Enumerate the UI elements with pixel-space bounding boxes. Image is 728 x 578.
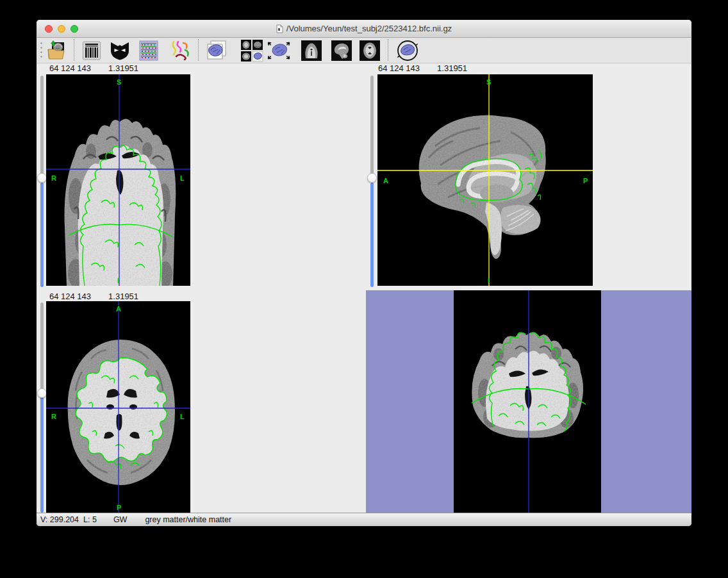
label-grid-icon bbox=[139, 40, 158, 61]
sagittal-coords: 64 124 143 bbox=[378, 63, 420, 73]
axial-value: 1.31951 bbox=[108, 292, 138, 301]
axial-label-posterior: P bbox=[117, 504, 121, 511]
axial-view-icon bbox=[360, 40, 380, 61]
sagittal-view-button[interactable] bbox=[330, 39, 353, 62]
quad-view-icon bbox=[240, 39, 263, 62]
status-description: grey matter/white matter bbox=[145, 515, 231, 524]
status-level: L: 5 bbox=[83, 515, 97, 524]
open-volume-button[interactable] bbox=[46, 39, 69, 62]
viewport-grid: 64 124 143 1.31951 bbox=[37, 63, 691, 513]
axial-label-anterior: A bbox=[116, 305, 121, 313]
toolbar-separator bbox=[198, 39, 199, 61]
curves-tool-button[interactable] bbox=[169, 39, 192, 62]
zoom-button[interactable] bbox=[70, 25, 78, 33]
coronal-value: 1.31951 bbox=[108, 63, 138, 73]
minimize-button[interactable] bbox=[58, 25, 65, 33]
sagittal-view[interactable]: S I A P bbox=[377, 74, 593, 286]
toolbar-grip[interactable] bbox=[39, 41, 44, 60]
surface-stack-button[interactable] bbox=[204, 39, 227, 62]
surface-stack-icon bbox=[204, 40, 227, 62]
mask-tool-button[interactable] bbox=[108, 39, 131, 62]
coronal-header: 64 124 143 1.31951 bbox=[49, 63, 138, 73]
coronal-slice-slider[interactable] bbox=[37, 76, 47, 287]
sagittal-slider-thumb[interactable] bbox=[367, 173, 377, 183]
axial-view[interactable]: A P R L bbox=[46, 301, 190, 513]
sagittal-header: 64 124 143 1.31951 bbox=[378, 63, 467, 73]
toolbar bbox=[37, 38, 691, 63]
quad-view-button[interactable] bbox=[240, 39, 263, 62]
sagittal-label-superior: S bbox=[486, 78, 491, 86]
coronal-view-icon bbox=[301, 40, 322, 61]
sagittal-view-icon bbox=[331, 40, 352, 61]
coronal-view[interactable]: S I R L bbox=[46, 74, 190, 286]
axial-slider-thumb[interactable] bbox=[37, 388, 47, 398]
sagittal-slice-slider[interactable] bbox=[367, 76, 377, 287]
window-title-area: /Volumes/Yeun/test_subj2/2523412.bfc.nii… bbox=[37, 20, 691, 37]
surface-view-panel[interactable] bbox=[366, 290, 691, 513]
coronal-view-button[interactable] bbox=[300, 39, 323, 62]
label-grid-button[interactable] bbox=[137, 39, 160, 62]
titlebar: /Volumes/Yeun/test_subj2/2523412.bfc.nii… bbox=[37, 20, 691, 38]
axial-header: 64 124 143 1.31951 bbox=[49, 292, 138, 301]
toolbar-separator bbox=[74, 39, 74, 61]
coronal-coords: 64 124 143 bbox=[49, 63, 91, 73]
fit-brain-button[interactable] bbox=[267, 39, 290, 62]
mask-icon bbox=[110, 40, 130, 61]
app-window: /Volumes/Yeun/test_subj2/2523412.bfc.nii… bbox=[37, 20, 691, 526]
status-voxel-value: V: 299.204 bbox=[40, 515, 79, 524]
sagittal-label-posterior: P bbox=[583, 177, 588, 185]
coronal-label-superior: S bbox=[117, 78, 121, 86]
axial-label-left: L bbox=[180, 413, 185, 420]
coronal-slider-thumb[interactable] bbox=[37, 173, 47, 183]
coronal-label-left: L bbox=[180, 174, 185, 182]
surface-view-slice[interactable] bbox=[454, 290, 601, 513]
coronal-label-right: R bbox=[51, 174, 56, 182]
close-button[interactable] bbox=[45, 25, 53, 33]
axial-slice-slider[interactable] bbox=[37, 302, 47, 513]
desktop: { "window": { "title": "/Volumes/Yeun/te… bbox=[0, 0, 728, 578]
window-title: /Volumes/Yeun/test_subj2/2523412.bfc.nii… bbox=[286, 24, 452, 33]
open-volume-icon bbox=[46, 40, 68, 62]
fit-brain-icon bbox=[267, 39, 290, 62]
coronal-label-inferior: I bbox=[117, 277, 119, 285]
axial-view-button[interactable] bbox=[358, 39, 381, 62]
traffic-lights bbox=[45, 25, 78, 33]
sagittal-label-anterior: A bbox=[383, 177, 388, 185]
rotate-3d-button[interactable] bbox=[394, 39, 421, 62]
intensity-scale-icon bbox=[82, 40, 101, 61]
intensity-scale-button[interactable] bbox=[80, 39, 103, 62]
axial-label-right: R bbox=[51, 413, 56, 420]
statusbar: V: 299.204 L: 5 GW grey matter/white mat… bbox=[37, 513, 691, 526]
toolbar-separator bbox=[388, 39, 388, 61]
document-proxy-icon[interactable] bbox=[276, 24, 283, 33]
sagittal-label-inferior: I bbox=[488, 277, 490, 285]
status-mode-badge: GW bbox=[113, 515, 128, 524]
rotate-3d-icon bbox=[395, 38, 420, 63]
curves-icon bbox=[169, 40, 191, 62]
axial-coords: 64 124 143 bbox=[49, 292, 91, 301]
sagittal-value: 1.31951 bbox=[437, 63, 467, 73]
